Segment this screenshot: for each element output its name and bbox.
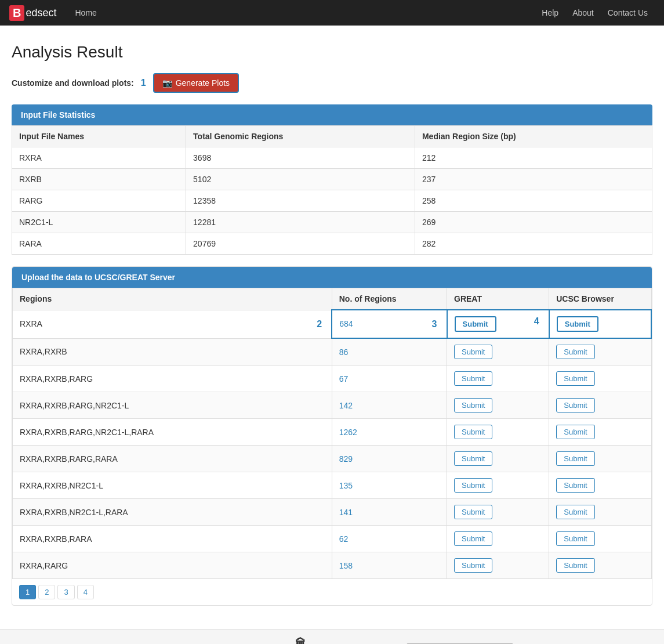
cell-region: 2 RXRA [13, 310, 332, 338]
ucsc-submit-button[interactable]: Submit [556, 558, 594, 573]
great-submit-button[interactable]: Submit [454, 371, 492, 386]
great-submit-button[interactable]: Submit [454, 531, 492, 546]
cell-great: Submit [447, 419, 549, 446]
cell-median: 212 [415, 147, 652, 169]
dept-logo: 🏛 DEPARTMENT OF BIOTECHNOLOGY Ministry o… [244, 638, 357, 644]
col-ucsc-browser: UCSC Browser [549, 288, 651, 310]
cell-total: 20769 [186, 233, 415, 255]
page-button[interactable]: 4 [77, 585, 94, 599]
ucsc-submit-button[interactable]: Submit [556, 425, 594, 439]
count-link[interactable]: 67 [339, 374, 349, 383]
cell-region: RXRA,RARG [13, 552, 332, 579]
table-row: RXRA 3698 212 [12, 147, 652, 169]
table-row: RARG 12358 258 [12, 190, 652, 212]
ucsc-submit-button[interactable]: Submit [556, 398, 594, 413]
cell-great: Submit [447, 392, 549, 419]
ucsc-submit-button[interactable]: Submit [556, 478, 594, 493]
cell-region: RXRA,RXRB,RARG,NR2C1-L [13, 392, 332, 419]
table-row: RARA 20769 282 [12, 233, 652, 255]
page-button[interactable]: 3 [57, 585, 74, 599]
col-no-of-regions: No. of Regions [332, 288, 447, 310]
cell-count: 3 684 [332, 310, 447, 338]
cell-ucsc: Submit [549, 310, 651, 338]
image-icon: 📷 [162, 78, 172, 88]
cell-count: 141 [332, 499, 447, 526]
cell-name: RARA [12, 233, 186, 255]
count-link[interactable]: 1262 [339, 428, 357, 437]
table-row: RXRA,RXRB 86 Submit Submit [13, 338, 652, 366]
table-row: RXRA,RXRB,NR2C1-L,RARA 141 Submit Submit [13, 499, 652, 526]
count-link[interactable]: 684 [339, 319, 353, 328]
cell-ucsc: Submit [549, 338, 651, 366]
cell-great: Submit [447, 446, 549, 472]
annotation-3: 3 [432, 319, 437, 330]
cell-ucsc: Submit [549, 366, 651, 392]
cell-ucsc: Submit [549, 552, 651, 579]
cell-ucsc: Submit [549, 392, 651, 419]
nav-help[interactable]: Help [535, 0, 565, 26]
cell-region: RXRA,RXRB,NR2C1-L,RARA [13, 499, 332, 526]
annotation-1: 1 [141, 78, 146, 88]
cell-name: RARG [12, 190, 186, 212]
cell-ucsc: Submit [549, 526, 651, 552]
great-submit-button[interactable]: Submit [454, 478, 492, 493]
cell-region: RXRA,RXRB,RARG,NR2C1-L,RARA [13, 419, 332, 446]
cell-name: NR2C1-L [12, 212, 186, 233]
cell-great: Submit [447, 526, 549, 552]
col-input-file-names: Input File Names [12, 126, 186, 147]
cell-median: 269 [415, 212, 652, 233]
great-submit-button[interactable]: Submit [454, 425, 492, 439]
col-median-region-size: Median Region Size (bp) [415, 126, 652, 147]
footer: Developed by: Dr. S K Rahgav's Lab | Fun… [0, 629, 664, 644]
cell-total: 5102 [186, 169, 415, 190]
cell-ucsc: Submit [549, 446, 651, 472]
annotation-4: 4 [534, 316, 539, 327]
table-row: RXRA,RXRB,NR2C1-L 135 Submit Submit [13, 472, 652, 499]
ucsc-submit-button[interactable]: Submit [556, 371, 594, 386]
great-submit-button[interactable]: Submit [454, 345, 492, 359]
nav-home[interactable]: Home [68, 0, 104, 26]
great-submit-button[interactable]: Submit [454, 451, 492, 466]
count-link[interactable]: 135 [339, 481, 353, 490]
count-link[interactable]: 62 [339, 534, 349, 544]
generate-plots-button[interactable]: 📷 Generate Plots [153, 73, 239, 93]
count-link[interactable]: 141 [339, 508, 353, 517]
annotation-2: 2 [317, 319, 322, 330]
nav-about[interactable]: About [565, 0, 601, 26]
cell-total: 12358 [186, 190, 415, 212]
table-row: 2 RXRA 3 684 4 Submit Submit [13, 310, 652, 338]
page-button[interactable]: 1 [19, 585, 36, 599]
cell-name: RXRA [12, 147, 186, 169]
great-submit-button[interactable]: Submit [454, 505, 492, 519]
ucsc-submit-button[interactable]: Submit [557, 316, 598, 332]
ucsc-submit-button[interactable]: Submit [556, 531, 594, 546]
cell-ucsc: Submit [549, 499, 651, 526]
count-link[interactable]: 86 [339, 348, 349, 357]
table-row: RXRA,RXRB,RARG,RARA 829 Submit Submit [13, 446, 652, 472]
cell-name: RXRB [12, 169, 186, 190]
plots-label: Customize and download plots: [12, 78, 134, 88]
input-file-stats-section: Input File Statistics Input File Names T… [12, 104, 652, 255]
cell-count: 135 [332, 472, 447, 499]
cell-great: Submit [447, 552, 549, 579]
brand-logo[interactable]: B edsect [9, 5, 57, 21]
count-link[interactable]: 829 [339, 454, 353, 464]
count-link[interactable]: 142 [339, 401, 353, 410]
ucsc-submit-button[interactable]: Submit [556, 505, 594, 519]
cell-region: RXRA,RXRB,RARG [13, 366, 332, 392]
col-regions: Regions [13, 288, 332, 310]
cell-region: RXRA,RXRB,NR2C1-L [13, 472, 332, 499]
nav-contact[interactable]: Contact Us [601, 0, 655, 26]
cell-median: 237 [415, 169, 652, 190]
count-link[interactable]: 158 [339, 561, 353, 570]
great-submit-button[interactable]: Submit [454, 398, 492, 413]
page-button[interactable]: 2 [38, 585, 55, 599]
cell-ucsc: Submit [549, 472, 651, 499]
table-row: RXRA,RXRB,RARG 67 Submit Submit [13, 366, 652, 392]
ucsc-submit-button[interactable]: Submit [556, 451, 594, 466]
ucsc-submit-button[interactable]: Submit [556, 345, 594, 359]
great-submit-button[interactable]: Submit [455, 316, 496, 332]
great-submit-button[interactable]: Submit [454, 558, 492, 573]
upload-section-header: Upload the data to UCSC/GREAT Server [12, 267, 652, 288]
table-row: RXRA,RXRB,RARG,NR2C1-L,RARA 1262 Submit … [13, 419, 652, 446]
